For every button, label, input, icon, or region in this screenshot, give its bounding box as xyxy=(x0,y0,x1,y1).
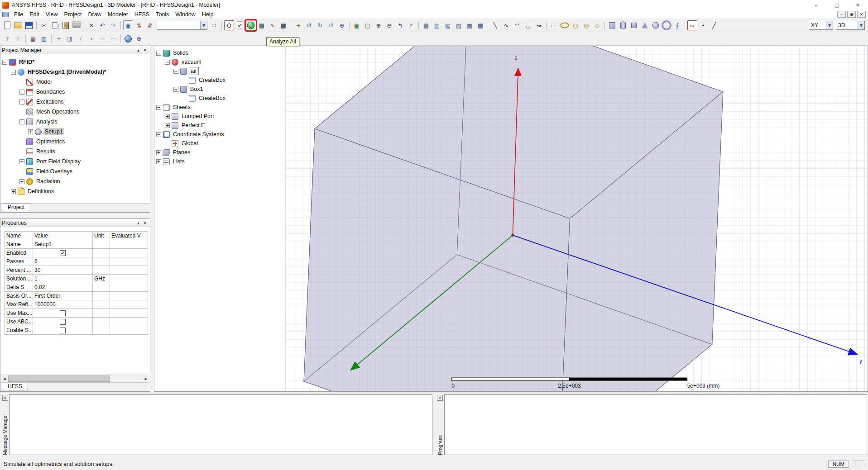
select-multi-icon[interactable]: ▱ xyxy=(97,34,107,44)
draw-sphere-icon[interactable] xyxy=(651,20,661,30)
orient-back-view-icon[interactable]: ▦ xyxy=(475,20,485,30)
draw-circle-icon[interactable]: ○ xyxy=(571,20,580,30)
tree-item-analysis[interactable]: −Analysis xyxy=(0,117,150,127)
menu-view[interactable]: View xyxy=(43,10,61,19)
tree-item-excitations[interactable]: +Excitations xyxy=(0,97,150,107)
checkbox-checked[interactable]: ✔ xyxy=(60,250,66,256)
dynamic-zoom-icon[interactable]: ⊕ xyxy=(337,20,347,30)
redo-icon[interactable]: ↷ xyxy=(108,20,118,30)
zoom-in-icon[interactable]: ⊕ xyxy=(374,20,384,30)
zoom-out-icon[interactable]: ⊖ xyxy=(384,20,394,30)
pan-icon[interactable]: + xyxy=(293,20,303,30)
minimize-button[interactable]: – xyxy=(806,0,826,10)
prop-value[interactable]: 1 xyxy=(33,275,93,283)
expand-toggle[interactable]: + xyxy=(156,159,161,164)
close-icon[interactable]: ✕ xyxy=(437,395,443,401)
tree-item-createbox[interactable]: CreateBox xyxy=(154,76,285,85)
prop-value[interactable]: 6 xyxy=(33,257,93,266)
grid-snap-icon[interactable]: ∷ xyxy=(209,20,219,30)
menu-draw[interactable]: Draw xyxy=(85,10,104,19)
tree-item-global[interactable]: Global xyxy=(154,139,285,148)
rotate-model-axis-icon[interactable]: ↻ xyxy=(315,20,325,30)
pin-icon[interactable]: ▴ xyxy=(135,221,142,225)
history-combo[interactable]: ▼ xyxy=(157,21,207,30)
collapse-toggle[interactable]: − xyxy=(2,60,7,65)
collapse-toggle[interactable]: − xyxy=(173,87,178,92)
menu-help[interactable]: Help xyxy=(199,10,217,19)
collapse-toggle[interactable]: − xyxy=(165,60,170,65)
help-pointer-icon[interactable]: ? xyxy=(2,34,12,44)
checkbox-unchecked[interactable] xyxy=(60,328,66,333)
draw-torus-icon[interactable] xyxy=(662,20,671,30)
collapse-toggle[interactable]: − xyxy=(156,105,161,110)
orient-left-view-icon[interactable]: ▧ xyxy=(443,20,453,30)
tree-item-port-field-display[interactable]: +Port Field Display xyxy=(0,157,150,166)
progress-content[interactable] xyxy=(444,394,868,455)
scroll-left-icon[interactable]: ◀ xyxy=(0,375,8,383)
orient-right-view-icon[interactable]: ▨ xyxy=(454,20,464,30)
tree-item-hfssdesign1-drivenmodal[interactable]: −HFSSDesign1 (DrivenModal)* xyxy=(0,67,150,77)
menu-file[interactable]: File xyxy=(11,10,26,19)
prop-value[interactable]: 1000000 xyxy=(33,300,93,309)
draw-arc-3point-icon[interactable]: ◡ xyxy=(523,20,533,30)
message-window-icon[interactable]: ▤ xyxy=(28,34,38,44)
tree-item-definitions[interactable]: +Definitions xyxy=(0,186,150,196)
expand-toggle[interactable]: + xyxy=(28,129,33,134)
expand-toggle[interactable]: + xyxy=(165,123,170,128)
draw-arc-center-icon[interactable]: ◠ xyxy=(512,20,522,30)
expand-toggle[interactable]: + xyxy=(19,90,24,95)
draw-bezier-icon[interactable]: ↝ xyxy=(534,20,544,30)
draw-box-icon[interactable] xyxy=(607,20,617,30)
tree-item-rfid[interactable]: −RFID* xyxy=(0,57,150,67)
rotate-model-center-icon[interactable]: ↺ xyxy=(304,20,314,30)
delete-icon[interactable]: ✕ xyxy=(86,20,96,30)
menu-hfss[interactable]: HFSS xyxy=(131,10,153,19)
scrollbar-track[interactable] xyxy=(8,375,142,383)
expand-toggle[interactable]: + xyxy=(11,189,16,194)
prop-value[interactable] xyxy=(33,318,93,326)
mdi-document-icon[interactable] xyxy=(2,12,9,17)
expand-toggle[interactable]: + xyxy=(19,100,24,104)
collapse-toggle[interactable]: − xyxy=(173,69,178,74)
menu-window[interactable]: Window xyxy=(172,10,198,19)
draw-polygon-icon[interactable]: ◇ xyxy=(592,20,602,30)
plane-select-combo[interactable]: XY▼ xyxy=(809,21,833,30)
close-icon[interactable]: ✕ xyxy=(2,395,8,401)
tab-hfss[interactable]: HFSS xyxy=(2,383,28,390)
prop-value[interactable]: ✔ xyxy=(33,249,93,257)
tree-item-box1[interactable]: −Box1 xyxy=(154,85,285,94)
prop-value[interactable]: 30 xyxy=(33,266,93,275)
draw-cone-icon[interactable] xyxy=(640,20,650,30)
undo-icon[interactable]: ↶ xyxy=(97,20,107,30)
mdi-close-button[interactable]: ✕ xyxy=(857,11,866,18)
analyze-all-icon[interactable] xyxy=(246,20,256,30)
field-plot-icon[interactable]: ▦ xyxy=(278,20,288,30)
tree-item-optimetrics[interactable]: Optimetrics xyxy=(0,137,150,147)
draw-polyhedron-icon[interactable] xyxy=(629,20,639,30)
print-icon[interactable] xyxy=(72,20,82,30)
scrollbar-thumb[interactable] xyxy=(8,375,110,382)
menu-project[interactable]: Project xyxy=(61,10,85,19)
collapse-toggle[interactable]: − xyxy=(156,51,161,56)
menu-edit[interactable]: Edit xyxy=(26,10,43,19)
prop-value[interactable] xyxy=(33,309,93,318)
select-object-icon[interactable]: + xyxy=(54,34,64,44)
orient-top-view-icon[interactable]: ▤ xyxy=(421,20,431,30)
output-variables-icon[interactable]: O xyxy=(224,20,234,30)
menu-tools[interactable]: Tools xyxy=(153,10,172,19)
tree-item-vacuum[interactable]: −vacuum xyxy=(154,57,285,66)
tree-item-boundaries[interactable]: +Boundaries xyxy=(0,87,150,97)
tree-item-mesh-operations[interactable]: Mesh Operations xyxy=(0,107,150,117)
collapse-toggle[interactable]: − xyxy=(19,119,24,124)
collapse-toggle[interactable]: − xyxy=(11,70,16,75)
tree-item-createbox[interactable]: CreateBox xyxy=(154,94,285,103)
select-edge-icon[interactable]: ∕ xyxy=(76,34,86,44)
mdi-minimize-button[interactable]: – xyxy=(837,11,846,18)
draw-point-icon[interactable]: • xyxy=(698,20,708,30)
save-icon[interactable] xyxy=(24,20,34,30)
view-mode-combo[interactable]: 3D▼ xyxy=(836,21,865,30)
mdi-restore-button[interactable]: ▣ xyxy=(847,11,856,18)
close-icon[interactable]: ✕ xyxy=(142,221,149,225)
fit-selection-icon[interactable]: ▢ xyxy=(363,20,373,30)
draw-helix-icon[interactable]: ∮ xyxy=(672,20,682,30)
